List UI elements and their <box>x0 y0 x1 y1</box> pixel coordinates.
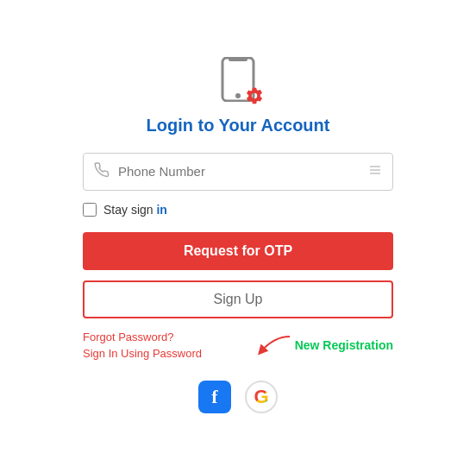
phone-input-right-icon <box>368 163 382 179</box>
page-title: Login to Your Account <box>147 116 330 135</box>
facebook-login-button[interactable]: f <box>198 381 231 413</box>
google-icon: G <box>254 386 268 408</box>
forgot-password-link[interactable]: Forgot Password? <box>83 331 202 343</box>
signin-password-link[interactable]: Sign In Using Password <box>83 347 202 360</box>
request-otp-button[interactable]: Request for OTP <box>83 232 393 270</box>
stay-sign-checkbox[interactable] <box>83 203 97 217</box>
gear-icon <box>245 86 264 105</box>
links-row: Forgot Password? Sign In Using Password … <box>83 331 393 360</box>
phone-input-wrapper <box>83 153 393 191</box>
logo-container <box>212 54 264 105</box>
google-login-button[interactable]: G <box>245 381 278 413</box>
new-registration-container: New Registration <box>257 332 393 358</box>
login-card: Login to Your Account Stay sign in Reque… <box>57 36 419 431</box>
phone-input-icon <box>94 162 110 181</box>
facebook-icon: f <box>211 386 217 408</box>
social-row: f G <box>198 381 278 413</box>
stay-sign-highlight: in <box>156 203 166 217</box>
stay-sign-row: Stay sign in <box>83 203 393 217</box>
signup-button[interactable]: Sign Up <box>83 280 393 318</box>
arrow-icon <box>257 332 291 358</box>
svg-rect-1 <box>229 58 247 61</box>
new-registration-link[interactable]: New Registration <box>295 338 393 352</box>
stay-sign-label: Stay sign in <box>103 203 167 217</box>
left-links: Forgot Password? Sign In Using Password <box>83 331 202 360</box>
svg-point-2 <box>235 93 241 98</box>
phone-number-input[interactable] <box>118 164 368 179</box>
